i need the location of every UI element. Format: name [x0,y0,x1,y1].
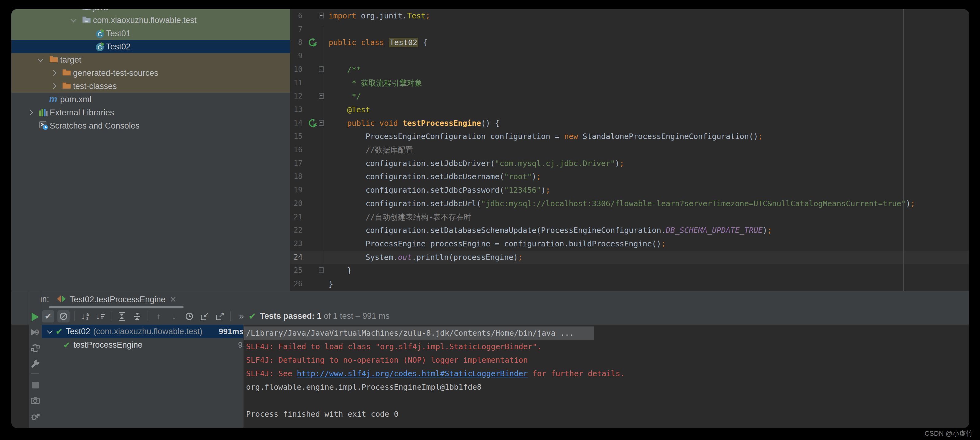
run-tab[interactable]: Test02.testProcessEngine ✕ [57,292,177,307]
code-line-26[interactable]: 26} [290,277,969,291]
project-tree-panel[interactable]: javacom.xiaoxuzhu.flowable.testCTest01CT… [11,9,290,291]
console-line: SLF4J: Defaulting to no-operation (NOP) … [243,353,969,367]
camera-icon[interactable] [30,396,40,405]
line-number: 21 [290,210,302,224]
rerun-button[interactable] [30,312,40,322]
sidebar-item-scratches-and-consoles[interactable]: Scratches and Consoles [11,119,290,132]
fold-marker-icon[interactable] [319,13,324,18]
tests-passed-text: Tests passed: 1 [260,311,321,321]
code-text: configuration.setJdbcPassword("123456"); [329,183,550,197]
expand-all-button[interactable] [116,310,128,322]
run-test-gutter-icon[interactable] [308,118,317,128]
sidebar-item-external-libraries[interactable]: External Libraries [11,106,290,119]
libs-icon [39,108,49,118]
line-number: 7 [290,23,302,36]
test-duration: 991ms [219,327,243,336]
code-editor[interactable]: 6import org.junit.Test;78public class Te… [290,9,969,291]
next-occurrence-button[interactable]: ↓ [168,310,180,322]
sidebar-item-test-classes[interactable]: test-classes [11,79,290,93]
sidebar-item-test01[interactable]: CTest01 [11,27,290,40]
console-text: Process finished with exit code 0 [246,410,399,419]
chevron-right-icon[interactable] [51,70,56,75]
line-number: 26 [290,277,302,291]
test-name: Test02 [66,327,90,336]
sidebar-item-pom-xml[interactable]: mpom.xml [11,93,290,106]
chevron-right-icon[interactable] [51,83,56,89]
test-results-tree[interactable]: ✔Test02(com.xiaoxuzhu.flowable.test)991m… [41,325,243,428]
more-actions-button[interactable]: » [235,310,248,322]
previous-occurrence-button[interactable]: ↑ [153,310,165,322]
collapse-all-button[interactable] [131,310,143,322]
sidebar-item-com-xiaoxuzhu-flowable-test[interactable]: com.xiaoxuzhu.flowable.test [11,14,290,27]
chevron-down-icon[interactable] [38,56,43,62]
test-result-row-testProcessEngine[interactable]: ✔testProcessEngine991ms [42,338,264,352]
line-number: 23 [290,237,302,251]
sidebar-item-generated-test-sources[interactable]: generated-test-sources [11,66,290,79]
rerun-failed-tests-button[interactable]: 9 [30,327,40,337]
line-number: 25 [290,264,302,277]
run-test-gutter-icon[interactable] [308,38,317,47]
chevron-down-icon[interactable] [47,328,52,334]
tree-row-partial[interactable]: java [11,9,290,14]
export-tests-button[interactable]: ↗ [214,310,226,322]
close-icon[interactable]: ✕ [170,295,177,304]
fold-marker-icon[interactable] [319,120,324,126]
code-line-11[interactable]: 11 * 获取流程引擎对象 [290,76,969,90]
folder-orange-icon [62,81,72,91]
settings-wrench-icon[interactable] [30,359,40,369]
fold-marker-icon[interactable] [319,267,324,273]
test-history-button[interactable] [183,310,196,322]
console-text: SLF4J: Defaulting to no-operation (NOP) … [246,356,528,365]
code-line-16[interactable]: 16 //数据库配置 [290,143,969,157]
slash-circle-icon [60,313,67,320]
show-ignored-button[interactable] [57,310,70,322]
code-line-7[interactable]: 7 [290,23,969,36]
code-text: configuration.setJdbcDriver("com.mysql.c… [329,157,624,170]
show-passed-button[interactable]: ✔ [42,310,54,322]
code-line-19[interactable]: 19 configuration.setJdbcPassword("123456… [290,183,969,197]
code-text: public void testProcessEngine() { [329,117,500,130]
console-line: SLF4J: See http://www.slf4j.org/codes.ht… [243,367,969,380]
run-left-toolbar: 9 [29,291,41,428]
code-text: configuration.setJdbcUsername("root"); [329,170,541,183]
code-line-9[interactable]: 9 [290,49,969,63]
code-line-21[interactable]: 21 //自动创建表结构-表不存在时 [290,210,969,224]
run-console[interactable]: /Library/Java/JavaVirtualMachines/zulu-8… [243,325,969,428]
code-line-10[interactable]: 10 /** [290,63,969,76]
console-link[interactable]: http://www.slf4j.org/codes.html#StaticLo… [297,369,528,378]
code-line-14[interactable]: 14 public void testProcessEngine() { [290,117,969,130]
test-name: testProcessEngine [73,340,142,350]
sort-alphabetically-button[interactable]: ↓az [79,310,91,322]
code-line-15[interactable]: 15 ProcessEngineConfiguration configurat… [290,130,969,143]
code-line-24[interactable]: 24 System.out.println(processEngine); [290,251,969,264]
stop-button[interactable] [30,380,40,390]
sidebar-item-target[interactable]: target [11,53,290,66]
dump-threads-icon[interactable] [30,411,40,421]
tests-passed-check-icon: ✔ [248,311,256,322]
fold-marker-icon[interactable] [319,93,324,99]
code-text: configuration.setJdbcUrl("jdbc:mysql://l… [329,197,915,210]
console-line: Process finished with exit code 0 [243,407,969,421]
code-line-18[interactable]: 18 configuration.setJdbcUsername("root")… [290,170,969,183]
code-line-8[interactable]: 8public class Test02 { [290,36,969,49]
code-text: @Test [329,103,370,117]
toggle-auto-test-button[interactable] [30,343,40,353]
code-line-17[interactable]: 17 configuration.setJdbcDriver("com.mysq… [290,157,969,170]
sort-by-duration-button[interactable]: ↓ [94,310,107,322]
tree-item-label: test-classes [73,82,117,91]
code-line-22[interactable]: 22 configuration.setDatabaseSchemaUpdate… [290,224,969,237]
code-line-12[interactable]: 12 */ [290,90,969,103]
test-result-row-Test02[interactable]: ✔Test02(com.xiaoxuzhu.flowable.test)991m… [42,325,246,338]
sidebar-item-test02[interactable]: CTest02 [11,40,290,53]
console-line: /Library/Java/JavaVirtualMachines/zulu-8… [243,326,969,340]
code-line-23[interactable]: 23 ProcessEngine processEngine = configu… [290,237,969,251]
code-line-25[interactable]: 25 } [290,264,969,277]
chevron-down-icon[interactable] [70,17,76,22]
fold-marker-icon[interactable] [319,66,324,72]
code-line-6[interactable]: 6import org.junit.Test; [290,9,969,23]
chevron-right-icon[interactable] [27,110,33,115]
code-line-20[interactable]: 20 configuration.setJdbcUrl("jdbc:mysql:… [290,197,969,210]
test-passed-check-icon: ✔ [63,340,70,350]
import-tests-button[interactable]: ↙ [199,310,211,322]
code-line-13[interactable]: 13 @Test [290,103,969,117]
